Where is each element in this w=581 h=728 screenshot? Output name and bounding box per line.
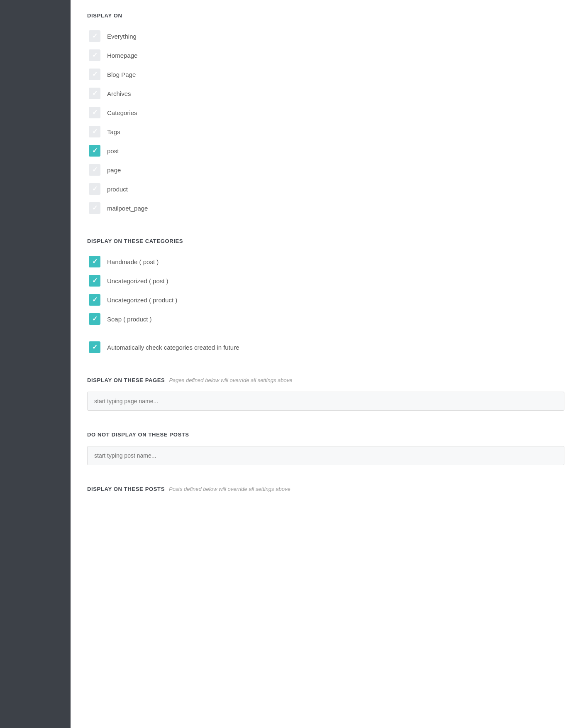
checkbox-label-everything: Everything (107, 33, 137, 40)
checkbox-tags[interactable]: ✓ Tags (87, 123, 564, 141)
checkbox-label-page: page (107, 167, 121, 174)
checkmark-tags: ✓ (92, 128, 98, 135)
checkbox-auto-check[interactable]: ✓ Automatically check categories created… (87, 338, 564, 356)
checkbox-label-post: post (107, 147, 119, 154)
display-on-posts-subtitle: Posts defined below will override all se… (169, 486, 290, 492)
checkbox-page[interactable]: ✓ page (87, 161, 564, 179)
checkbox-uncategorized-product[interactable]: ✓ Uncategorized ( product ) (87, 291, 564, 309)
checkbox-box-homepage: ✓ (89, 49, 100, 61)
checkmark-everything: ✓ (92, 33, 98, 39)
checkmark-uncategorized-post: ✓ (92, 277, 98, 284)
checkmark-categories: ✓ (92, 109, 98, 116)
checkbox-box-mailpoet-page: ✓ (89, 202, 100, 214)
display-on-posts-section: DISPLAY ON THESE POSTS Posts defined bel… (87, 486, 564, 492)
checkbox-box-product: ✓ (89, 183, 100, 195)
checkbox-box-blog-page: ✓ (89, 69, 100, 80)
checkbox-everything[interactable]: ✓ Everything (87, 27, 564, 45)
checkbox-archives[interactable]: ✓ Archives (87, 84, 564, 103)
checkmark-auto-check: ✓ (92, 344, 98, 351)
checkbox-box-archives: ✓ (89, 88, 100, 99)
checkbox-blog-page[interactable]: ✓ Blog Page (87, 65, 564, 83)
checkbox-homepage[interactable]: ✓ Homepage (87, 46, 564, 64)
main-content: DISPLAY ON ✓ Everything ✓ Homepage ✓ (71, 0, 581, 728)
post-name-input[interactable] (87, 446, 564, 465)
do-not-display-section: DO NOT DISPLAY ON THESE POSTS (87, 431, 564, 465)
checkbox-box-everything: ✓ (89, 30, 100, 42)
checkbox-label-archives: Archives (107, 90, 131, 97)
display-on-title: DISPLAY ON (87, 12, 564, 19)
display-on-categories-list: ✓ Handmade ( post ) ✓ Uncategorized ( po… (87, 252, 564, 356)
do-not-display-title: DO NOT DISPLAY ON THESE POSTS (87, 431, 564, 438)
display-on-section: DISPLAY ON ✓ Everything ✓ Homepage ✓ (87, 12, 564, 217)
display-on-list: ✓ Everything ✓ Homepage ✓ Blog Page (87, 27, 564, 217)
sidebar (0, 0, 71, 728)
checkbox-categories[interactable]: ✓ Categories (87, 103, 564, 122)
checkbox-label-uncategorized-post: Uncategorized ( post ) (107, 277, 168, 284)
checkbox-label-product: product (107, 186, 128, 193)
display-on-pages-title: DISPLAY ON THESE PAGES (87, 377, 165, 383)
checkbox-label-uncategorized-product: Uncategorized ( product ) (107, 297, 177, 304)
checkbox-box-tags: ✓ (89, 126, 100, 137)
checkbox-soap-product[interactable]: ✓ Soap ( product ) (87, 310, 564, 328)
checkbox-box-uncategorized-post: ✓ (89, 275, 100, 287)
display-on-categories-section: DISPLAY ON THESE CATEGORIES ✓ Handmade (… (87, 238, 564, 356)
checkbox-label-mailpoet-page: mailpoet_page (107, 205, 148, 212)
checkbox-label-tags: Tags (107, 128, 120, 135)
checkbox-box-page: ✓ (89, 164, 100, 176)
checkmark-page: ✓ (92, 167, 98, 173)
display-on-pages-section: DISPLAY ON THESE PAGES Pages defined bel… (87, 377, 564, 411)
checkbox-uncategorized-post[interactable]: ✓ Uncategorized ( post ) (87, 272, 564, 290)
checkbox-label-homepage: Homepage (107, 52, 137, 59)
checkmark-product: ✓ (92, 186, 98, 192)
display-on-categories-title: DISPLAY ON THESE CATEGORIES (87, 238, 564, 244)
checkbox-label-soap-product: Soap ( product ) (107, 316, 152, 323)
display-on-posts-title-row: DISPLAY ON THESE POSTS Posts defined bel… (87, 486, 564, 492)
checkbox-box-post: ✓ (89, 145, 100, 157)
checkbox-mailpoet-page[interactable]: ✓ mailpoet_page (87, 199, 564, 217)
checkbox-box-uncategorized-product: ✓ (89, 294, 100, 306)
checkbox-label-categories: Categories (107, 109, 137, 116)
checkbox-label-handmade-post: Handmade ( post ) (107, 258, 159, 265)
checkbox-box-categories: ✓ (89, 107, 100, 118)
display-on-pages-title-row: DISPLAY ON THESE PAGES Pages defined bel… (87, 377, 564, 383)
checkmark-post: ✓ (92, 147, 98, 154)
checkbox-box-auto-check: ✓ (89, 341, 100, 353)
checkmark-handmade-post: ✓ (92, 258, 98, 265)
checkmark-homepage: ✓ (92, 52, 98, 59)
checkmark-soap-product: ✓ (92, 316, 98, 322)
page-name-input[interactable] (87, 392, 564, 411)
checkmark-blog-page: ✓ (92, 71, 98, 78)
checkbox-label-auto-check: Automatically check categories created i… (107, 344, 239, 351)
checkmark-mailpoet-page: ✓ (92, 205, 98, 211)
checkbox-box-soap-product: ✓ (89, 313, 100, 325)
checkmark-uncategorized-product: ✓ (92, 297, 98, 303)
checkbox-label-blog-page: Blog Page (107, 71, 136, 78)
checkbox-handmade-post[interactable]: ✓ Handmade ( post ) (87, 252, 564, 271)
checkmark-archives: ✓ (92, 90, 98, 97)
checkbox-box-handmade-post: ✓ (89, 256, 100, 267)
checkbox-post[interactable]: ✓ post (87, 142, 564, 160)
display-on-pages-subtitle: Pages defined below will override all se… (169, 377, 292, 383)
checkbox-product[interactable]: ✓ product (87, 180, 564, 198)
divider (87, 329, 564, 337)
display-on-posts-title: DISPLAY ON THESE POSTS (87, 486, 165, 492)
